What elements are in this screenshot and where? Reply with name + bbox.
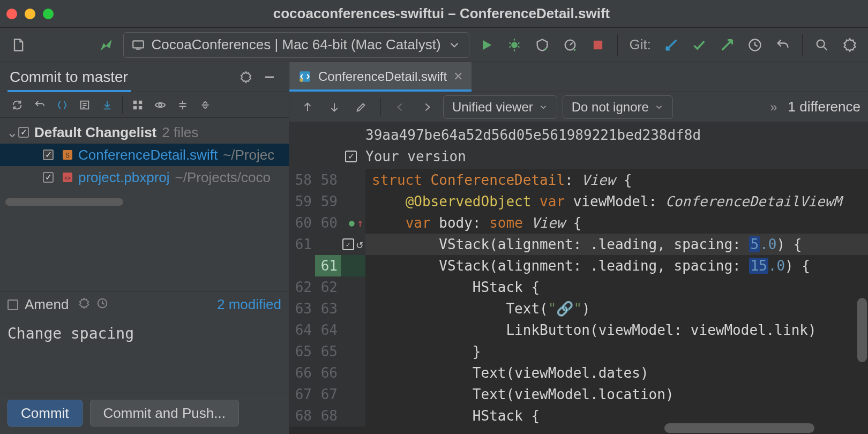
gutter-right: 62	[315, 276, 341, 298]
commit-history-icon[interactable]	[96, 297, 108, 312]
refresh-icon[interactable]	[6, 94, 28, 116]
svg-point-22	[300, 78, 303, 82]
run-config-label: CocoaConferences | Mac 64-bit (Mac Catal…	[152, 36, 441, 53]
gutter-left	[289, 255, 315, 276]
edit-icon[interactable]	[350, 96, 372, 118]
open-file-icon[interactable]	[8, 34, 29, 56]
gutter-left: 59	[289, 191, 315, 212]
settings-icon[interactable]	[839, 34, 860, 56]
gutter-left: 64	[289, 319, 315, 341]
modified-count[interactable]: 2 modified	[217, 296, 281, 313]
changelist-toolbar	[0, 92, 289, 118]
editor-tab[interactable]: ConferenceDetail.swift ✕	[289, 62, 472, 92]
next-change-icon[interactable]	[324, 96, 345, 118]
commit-panel: Commit to master ⌄ Default Changelist	[0, 62, 289, 434]
gutter-right: 59	[315, 191, 341, 212]
git-commit-icon[interactable]	[689, 34, 710, 56]
chevron-down-icon	[447, 38, 461, 52]
zoom-window-icon[interactable]	[43, 9, 54, 19]
changelist-checkbox[interactable]	[18, 127, 29, 138]
file-row[interactable]: <> project.pbxproj ~/Projects/coco	[0, 166, 289, 189]
code-line[interactable]: 5858struct ConferenceDetail: View {	[289, 169, 868, 191]
more-actions-icon[interactable]: »	[770, 100, 777, 115]
rollback-icon[interactable]	[29, 94, 50, 116]
amend-label: Amend	[25, 296, 69, 313]
changelist-node[interactable]: ⌄ Default Changelist 2 files	[0, 121, 289, 144]
commit-button[interactable]: Commit	[8, 400, 83, 426]
gutter-left: 63	[289, 298, 315, 319]
git-history-icon[interactable]	[744, 34, 766, 56]
nav-back-icon[interactable]	[390, 96, 411, 118]
gutter-right: 61	[315, 255, 341, 276]
file-checkbox[interactable]	[43, 172, 54, 183]
code-line[interactable]: 61 VStack(alignment: .leading, spacing: …	[289, 255, 868, 276]
viewer-mode-selector[interactable]: Unified viewer	[443, 95, 557, 119]
svg-text:<>: <>	[64, 175, 71, 181]
git-update-icon[interactable]	[661, 34, 682, 56]
git-push-icon[interactable]	[716, 34, 738, 56]
commit-and-push-button[interactable]: Commit and Push...	[90, 400, 239, 426]
svg-point-7	[848, 43, 852, 47]
prev-change-icon[interactable]	[297, 96, 318, 118]
your-version-checkbox[interactable]	[345, 151, 357, 162]
file-row[interactable]: S ConferenceDetail.swift ~/Projec	[0, 144, 289, 166]
minimize-window-icon[interactable]	[25, 9, 35, 19]
vertical-scrollbar[interactable]	[857, 298, 867, 362]
profile-icon[interactable]	[559, 34, 581, 56]
debug-icon[interactable]	[504, 34, 525, 56]
collapse-all-icon[interactable]	[194, 94, 216, 116]
code-diff-view[interactable]: 5858struct ConferenceDetail: View {5959 …	[289, 169, 868, 434]
code-line[interactable]: 6565 }	[289, 341, 868, 362]
code-line[interactable]: 6464 LinkButton(viewModel: viewModel.lin…	[289, 319, 868, 341]
code-text: VStack(alignment: .leading, spacing: 5.0…	[365, 234, 868, 255]
window-title: cocoaconferences-swiftui – ConferenceDet…	[54, 5, 829, 22]
whitespace-mode-selector[interactable]: Do not ignore	[563, 95, 673, 119]
diff-icon[interactable]	[51, 94, 73, 116]
code-line[interactable]: 6666 Text(viewModel.dates)	[289, 362, 868, 384]
commit-hash: 39aa497be64a52d56d05e561989221bed238df8d	[365, 127, 701, 143]
view-options-icon[interactable]	[149, 94, 171, 116]
expand-all-icon[interactable]	[172, 94, 193, 116]
code-text: var body: some View {	[365, 212, 868, 234]
amend-checkbox[interactable]	[8, 300, 18, 310]
svg-rect-0	[133, 41, 144, 48]
main-toolbar: CocoaConferences | Mac 64-bit (Mac Catal…	[0, 28, 868, 62]
file-path: ~/Projec	[223, 147, 274, 163]
stop-icon[interactable]	[587, 34, 609, 56]
gutter-icons	[341, 341, 365, 362]
close-tab-icon[interactable]: ✕	[453, 70, 463, 84]
minimize-panel-icon[interactable]	[260, 68, 279, 87]
code-line[interactable]: 5959 @ObservedObject var viewModel: Conf…	[289, 191, 868, 212]
horizontal-scrollbar[interactable]	[664, 423, 814, 433]
group-by-icon[interactable]	[127, 94, 148, 116]
code-line[interactable]: 6262 HStack {	[289, 276, 868, 298]
commit-message-input[interactable]	[8, 325, 281, 386]
run-config-selector[interactable]: CocoaConferences | Mac 64-bit (Mac Catal…	[123, 32, 469, 58]
code-line[interactable]: 6363 Text("🔗")	[289, 298, 868, 319]
build-icon[interactable]	[95, 34, 117, 56]
tree-horizontal-scrollbar[interactable]	[5, 198, 283, 206]
gear-icon[interactable]	[236, 68, 256, 87]
search-icon[interactable]	[811, 34, 833, 56]
git-rollback-icon[interactable]	[772, 34, 794, 56]
run-icon[interactable]	[476, 34, 497, 56]
file-checkbox[interactable]	[43, 149, 54, 160]
commit-message-field[interactable]	[0, 318, 289, 393]
gutter-left: 65	[289, 341, 315, 362]
code-line[interactable]: 6060●↑ var body: some View {	[289, 212, 868, 234]
svg-point-14	[159, 103, 162, 107]
shelve-icon[interactable]	[96, 94, 118, 116]
code-line[interactable]: 61✓↺ VStack(alignment: .leading, spacing…	[289, 234, 868, 255]
close-window-icon[interactable]	[6, 9, 17, 19]
chevron-down-icon: ⌄	[6, 124, 18, 141]
changelist-icon[interactable]	[74, 94, 95, 116]
gutter-icons	[341, 384, 365, 405]
gutter-right: 66	[315, 362, 341, 384]
svg-rect-11	[139, 100, 142, 103]
chevron-down-icon	[538, 102, 548, 112]
gutter-icons	[341, 276, 365, 298]
nav-forward-icon[interactable]	[416, 96, 438, 118]
commit-options-icon[interactable]	[78, 297, 90, 312]
code-line[interactable]: 6767 Text(viewModel.location)	[289, 384, 868, 405]
coverage-icon[interactable]	[532, 34, 553, 56]
